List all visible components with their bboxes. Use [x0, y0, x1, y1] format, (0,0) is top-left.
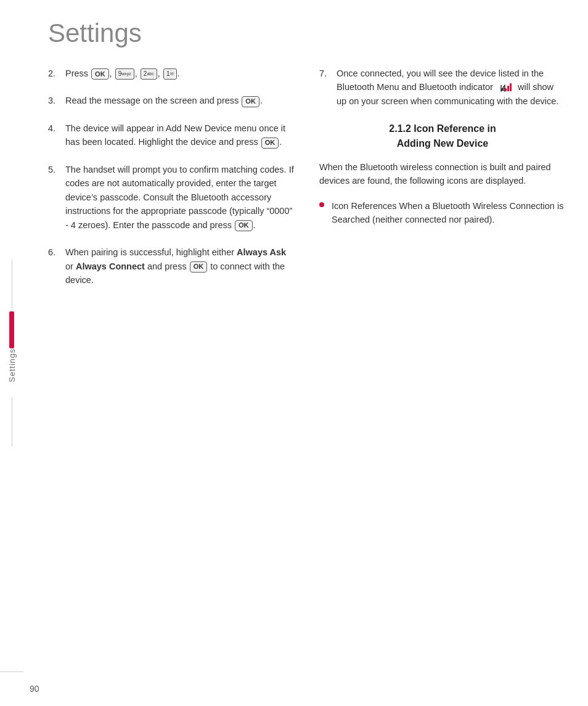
- bullet-item-1: Icon References When a Bluetooth Wireles…: [319, 199, 566, 227]
- section-intro: When the Bluetooth wireless connection i…: [319, 160, 566, 188]
- period-5: .: [253, 220, 256, 230]
- key-ok-4: OK: [261, 138, 279, 149]
- item-3-num: 3.: [48, 94, 65, 107]
- bluetooth-icon: [497, 83, 514, 94]
- item-6-text-2: or: [65, 261, 76, 271]
- main-content: Settings 2. Press OK, 9wxyz, 2abc, 1✉.: [30, 0, 588, 326]
- two-column-layout: 2. Press OK, 9wxyz, 2abc, 1✉. 3. Read th…: [48, 67, 570, 301]
- list-item-3: 3. Read the message on the screen and pr…: [48, 94, 295, 107]
- key-ok-3: OK: [242, 96, 259, 107]
- key-ok-1: OK: [91, 68, 109, 80]
- left-column: 2. Press OK, 9wxyz, 2abc, 1✉. 3. Read th…: [48, 67, 295, 301]
- item-2-content: Press OK, 9wxyz, 2abc, 1✉.: [65, 67, 295, 80]
- key-1: 1✉: [163, 68, 177, 80]
- sidebar-line-bottom: [12, 397, 12, 446]
- item-2-num: 2.: [48, 67, 65, 80]
- item-4-content: The device will appear in Add New Device…: [65, 121, 295, 149]
- section-heading-line1: 2.1.2 Icon Reference in: [389, 123, 496, 134]
- sidebar-hr: [0, 671, 23, 672]
- item-5-num: 5.: [48, 163, 65, 232]
- sidebar-accent: [9, 311, 14, 348]
- item-7-content: Once connected, you will see the device …: [337, 67, 566, 108]
- section-heading-line2: Adding New Device: [397, 138, 488, 149]
- bullet-item-1-text: Icon References When a Bluetooth Wireles…: [332, 199, 566, 227]
- page-title: Settings: [48, 18, 570, 48]
- comma-3: ,: [158, 68, 163, 78]
- item-5-text: The handset will prompt you to confirm m…: [65, 165, 294, 230]
- item-3-text: Read the message on the screen and press: [65, 96, 241, 105]
- key-ok-6: OK: [190, 261, 208, 273]
- key-9wxyz: 9wxyz: [115, 68, 134, 80]
- item-7-num: 7.: [319, 67, 337, 108]
- list-item-4: 4. The device will appear in Add New Dev…: [48, 121, 295, 149]
- item-2-text-press: Press: [65, 68, 91, 78]
- item-6-text-3: and press: [145, 261, 189, 271]
- item-6-always-connect: Always Connect: [76, 261, 145, 271]
- list-item-7: 7. Once connected, you will see the devi…: [319, 67, 566, 108]
- svg-rect-2: [510, 83, 512, 91]
- svg-rect-1: [507, 86, 509, 91]
- comma-2: ,: [135, 68, 140, 78]
- list-item-6: 6. When pairing is successful, highlight…: [48, 245, 295, 287]
- list-item-5: 5. The handset will prompt you to confir…: [48, 163, 295, 232]
- bullet-list: Icon References When a Bluetooth Wireles…: [319, 199, 566, 227]
- period-4: .: [279, 137, 282, 147]
- right-column: 7. Once connected, you will see the devi…: [319, 67, 566, 301]
- page-number: 90: [30, 684, 39, 694]
- item-3-content: Read the message on the screen and press…: [65, 94, 295, 107]
- key-ok-5: OK: [235, 220, 253, 231]
- item-6-text-1: When pairing is successful, highlight ei…: [65, 247, 237, 257]
- item-4-text: The device will appear in Add New Device…: [65, 123, 285, 147]
- bullet-dot-1: [319, 202, 324, 207]
- period-1: .: [178, 68, 180, 78]
- sidebar: Settings: [0, 0, 23, 706]
- period-3: .: [260, 96, 263, 105]
- item-4-num: 4.: [48, 121, 65, 149]
- list-item-2: 2. Press OK, 9wxyz, 2abc, 1✉.: [48, 67, 295, 80]
- item-6-content: When pairing is successful, highlight ei…: [65, 245, 295, 287]
- page-container: Settings Settings 2. Press OK, 9wxyz, 2a…: [0, 0, 588, 706]
- comma-1: ,: [110, 68, 115, 78]
- item-6-num: 6.: [48, 245, 65, 287]
- key-2abc: 2abc: [141, 68, 157, 80]
- item-6-always-ask: Always Ask: [237, 247, 286, 257]
- svg-rect-0: [505, 88, 507, 91]
- section-heading: 2.1.2 Icon Reference in Adding New Devic…: [319, 121, 566, 150]
- section-2-1-2-heading-container: 2.1.2 Icon Reference in Adding New Devic…: [319, 121, 566, 150]
- sidebar-label: Settings: [7, 348, 17, 382]
- sidebar-line-top: [12, 260, 12, 309]
- item-5-content: The handset will prompt you to confirm m…: [65, 163, 295, 232]
